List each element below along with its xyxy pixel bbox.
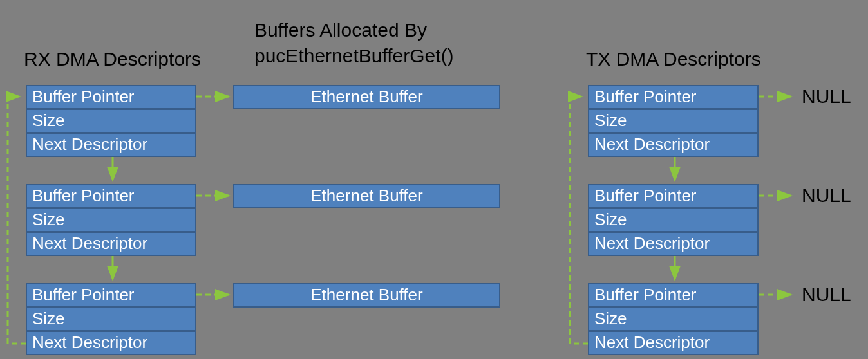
ethernet-buffer-1: Ethernet Buffer [233,85,500,109]
rx-desc-2-size: Size [26,208,196,232]
heading-buffers-line2: pucEthernetBufferGet() [254,45,454,66]
ethernet-buffer-2: Ethernet Buffer [233,184,500,208]
rx-desc-3-buffer-pointer: Buffer Pointer [26,283,196,308]
tx-desc-3-size: Size [588,307,759,331]
rx-desc-1-buffer-pointer: Buffer Pointer [26,85,196,109]
heading-tx: TX DMA Descriptors [586,48,761,69]
tx-desc-2-buffer-pointer: Buffer Pointer [588,184,759,208]
null-label-3: NULL [802,284,851,306]
rx-desc-3-next: Next Descriptor [26,331,196,355]
tx-desc-3-buffer-pointer: Buffer Pointer [588,283,759,308]
rx-desc-1-size: Size [26,109,196,133]
tx-desc-1-buffer-pointer: Buffer Pointer [588,85,759,109]
null-label-1: NULL [802,86,851,107]
ethernet-buffer-3: Ethernet Buffer [233,283,500,308]
rx-desc-2-buffer-pointer: Buffer Pointer [26,184,196,208]
heading-rx: RX DMA Descriptors [24,48,201,69]
heading-buffers-line1: Buffers Allocated By [254,19,427,41]
tx-desc-2-size: Size [588,208,759,232]
null-label-2: NULL [802,185,851,207]
tx-desc-1-next: Next Descriptor [588,133,759,157]
rx-desc-2-next: Next Descriptor [26,232,196,256]
rx-desc-3-size: Size [26,307,196,331]
tx-desc-1-size: Size [588,109,759,133]
tx-desc-2-next: Next Descriptor [588,232,759,256]
rx-desc-1-next: Next Descriptor [26,133,196,157]
tx-desc-3-next: Next Descriptor [588,331,759,355]
